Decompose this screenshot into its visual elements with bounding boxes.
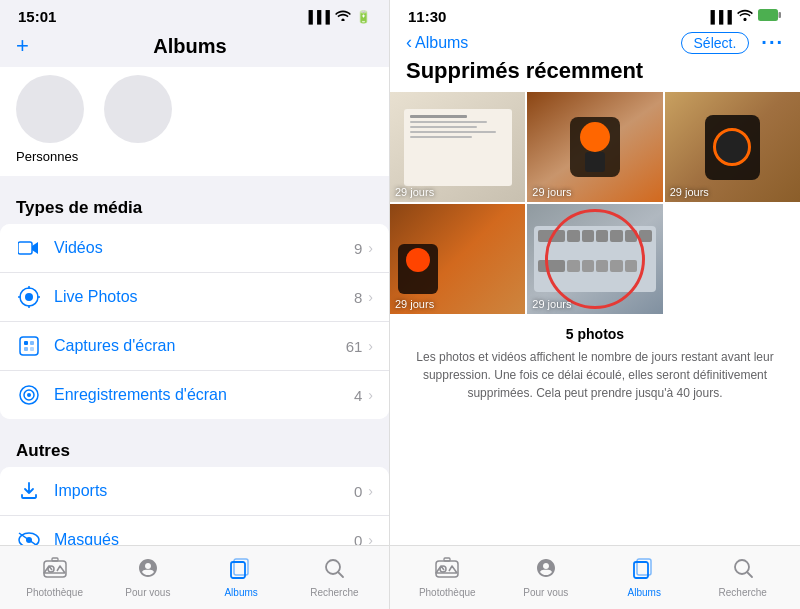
photo-grid: 29 jours 29 jours 2 xyxy=(390,92,800,318)
screen-records-chevron: › xyxy=(368,387,373,403)
albums-icon-right xyxy=(633,557,655,585)
phototheque-tab-label-left: Photothèque xyxy=(26,587,83,598)
battery-icon: 🔋 xyxy=(356,10,371,24)
svg-rect-10 xyxy=(24,347,28,351)
imports-count: 0 xyxy=(354,483,362,500)
svg-rect-7 xyxy=(20,337,38,355)
media-section-header: Types de média xyxy=(0,184,389,224)
videos-label: Vidéos xyxy=(54,239,354,257)
phototheque-icon-left xyxy=(43,557,67,585)
masked-count: 0 xyxy=(354,532,362,546)
svg-rect-22 xyxy=(52,558,58,561)
header-actions: Sélect. ··· xyxy=(681,31,784,54)
photo-label-5: 29 jours xyxy=(532,298,571,310)
photo-cell-5[interactable]: 29 jours xyxy=(527,204,662,314)
screen-records-label: Enregistrements d'écran xyxy=(54,386,354,404)
list-item-screenshots[interactable]: Captures d'écran 61 › xyxy=(0,322,389,371)
photo-grid-container: 29 jours 29 jours 2 xyxy=(390,92,800,318)
recherche-tab-label-left: Recherche xyxy=(310,587,358,598)
photo-count: 5 photos xyxy=(406,326,784,342)
svg-rect-27 xyxy=(758,9,778,21)
svg-rect-11 xyxy=(30,347,34,351)
tab-bar-right: Photothèque Pour vous Albums Recherche xyxy=(390,545,800,609)
live-photos-chevron: › xyxy=(368,289,373,305)
imports-chevron: › xyxy=(368,483,373,499)
media-list: Vidéos 9 › Live Photos 8 › Captures d'éc… xyxy=(0,224,389,419)
tab-phototheque-right[interactable]: Photothèque xyxy=(398,557,497,598)
avatar-1 xyxy=(16,75,84,143)
svg-point-2 xyxy=(25,293,33,301)
wifi-icon xyxy=(335,9,351,24)
photo-cell-1[interactable]: 29 jours xyxy=(390,92,525,202)
tab-recherche-left[interactable]: Recherche xyxy=(288,557,381,598)
status-icons-right: ▐▐▐ xyxy=(706,8,782,25)
status-icons-left: ▐▐▐ 🔋 xyxy=(304,9,371,24)
tab-pourvous-right[interactable]: Pour vous xyxy=(497,557,596,598)
screen-record-icon xyxy=(16,382,42,408)
imports-label: Imports xyxy=(54,482,354,500)
wifi-icon-right xyxy=(737,9,753,24)
screenshots-label: Captures d'écran xyxy=(54,337,346,355)
photo-cell-4[interactable]: 29 jours xyxy=(390,204,525,314)
imports-icon xyxy=(16,478,42,504)
albums-icon-left xyxy=(230,557,252,585)
signal-icon-right: ▐▐▐ xyxy=(706,10,732,24)
tab-phototheque-left[interactable]: Photothèque xyxy=(8,557,101,598)
live-photos-icon xyxy=(16,284,42,310)
photo-label-4: 29 jours xyxy=(395,298,434,310)
list-item-imports[interactable]: Imports 0 › xyxy=(0,467,389,516)
pourvous-icon-left xyxy=(137,557,159,585)
screenshots-chevron: › xyxy=(368,338,373,354)
list-item-live-photos[interactable]: Live Photos 8 › xyxy=(0,273,389,322)
back-label: Albums xyxy=(415,34,468,52)
photo-label-3: 29 jours xyxy=(670,186,709,198)
battery-icon-right xyxy=(758,8,782,25)
photo-cell-3[interactable]: 29 jours xyxy=(665,92,800,202)
header-left: + Albums xyxy=(0,29,389,67)
tab-albums-right[interactable]: Albums xyxy=(595,557,694,598)
photo-cell-2[interactable]: 29 jours xyxy=(527,92,662,202)
photo-label-2: 29 jours xyxy=(532,186,571,198)
status-bar-left: 15:01 ▐▐▐ 🔋 xyxy=(0,0,389,29)
phototheque-tab-label-right: Photothèque xyxy=(419,587,476,598)
albums-tab-label-right: Albums xyxy=(628,587,661,598)
svg-point-14 xyxy=(27,393,31,397)
screenshot-icon xyxy=(16,333,42,359)
masked-icon xyxy=(16,527,42,545)
recherche-tab-label-right: Recherche xyxy=(719,587,767,598)
video-icon xyxy=(16,235,42,261)
page-title-right: Supprimés récemment xyxy=(390,58,800,92)
svg-rect-31 xyxy=(444,558,450,561)
add-album-button[interactable]: + xyxy=(16,33,29,59)
videos-chevron: › xyxy=(368,240,373,256)
phototheque-icon-right xyxy=(435,557,459,585)
left-panel: 15:01 ▐▐▐ 🔋 + Albums Personnes xyxy=(0,0,390,609)
others-list: Imports 0 › Masqués 0 › xyxy=(0,467,389,545)
svg-rect-8 xyxy=(24,341,28,345)
list-item-videos[interactable]: Vidéos 9 › xyxy=(0,224,389,273)
tab-albums-left[interactable]: Albums xyxy=(195,557,288,598)
people-section: Personnes xyxy=(0,67,389,176)
list-item-screen-records[interactable]: Enregistrements d'écran 4 › xyxy=(0,371,389,419)
select-button[interactable]: Sélect. xyxy=(681,32,750,54)
info-section: 5 photos Les photos et vidéos affichent … xyxy=(390,318,800,545)
scroll-area: Personnes Types de média Vidéos 9 › Live… xyxy=(0,67,389,545)
pourvous-icon-right xyxy=(535,557,557,585)
list-item-masked[interactable]: Masqués 0 › xyxy=(0,516,389,545)
recherche-icon-left xyxy=(323,557,345,585)
tab-recherche-right[interactable]: Recherche xyxy=(694,557,793,598)
svg-line-26 xyxy=(338,572,343,577)
photo-label-1: 29 jours xyxy=(395,186,434,198)
tab-pourvous-left[interactable]: Pour vous xyxy=(101,557,194,598)
recherche-icon-right xyxy=(732,557,754,585)
signal-icon: ▐▐▐ xyxy=(304,10,330,24)
pourvous-tab-label-left: Pour vous xyxy=(125,587,170,598)
svg-rect-9 xyxy=(30,341,34,345)
videos-count: 9 xyxy=(354,240,362,257)
screenshots-count: 61 xyxy=(346,338,363,355)
more-button[interactable]: ··· xyxy=(761,31,784,54)
right-panel: 11:30 ▐▐▐ ‹ Albums Sélect. ··· Supprimés… xyxy=(390,0,800,609)
personnes-label: Personnes xyxy=(16,149,373,164)
back-button[interactable]: ‹ Albums xyxy=(406,32,468,53)
time-left: 15:01 xyxy=(18,8,56,25)
